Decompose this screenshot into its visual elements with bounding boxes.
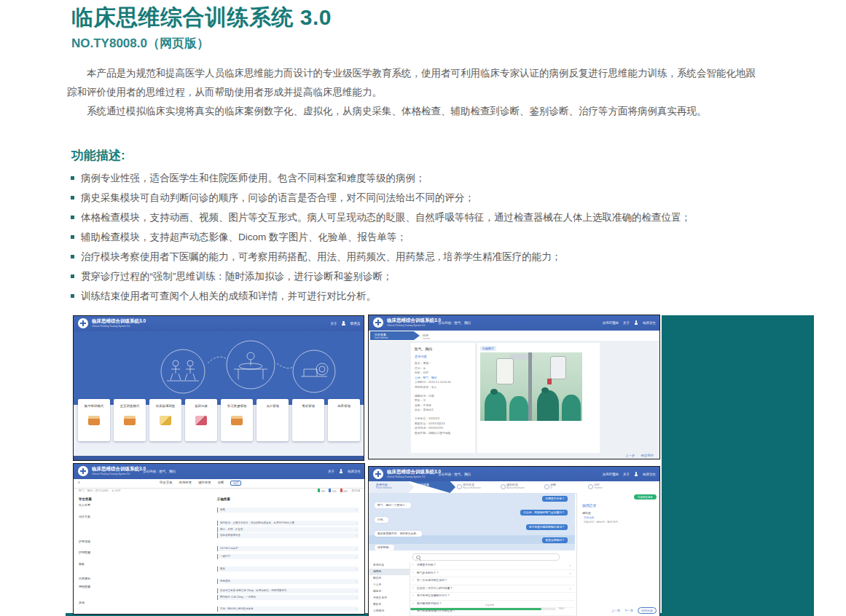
column-header-correct: 正确答案 [217, 497, 230, 501]
inquiry-progress-track [410, 608, 556, 610]
app-name-en: Clinical Thinking Training System 3.0 [92, 325, 130, 328]
menu-item[interactable]: 婚育史 [369, 588, 410, 595]
menu-item[interactable]: 个人史 [369, 582, 410, 588]
info-line: 性别：女 [415, 366, 471, 371]
step-patient-info[interactable]: 患者信息 Patient Information [369, 481, 414, 493]
legend-label: 2分 [321, 490, 325, 493]
about-link[interactable]: 关于 [328, 470, 334, 473]
module-card[interactable]: 题库管理 [328, 399, 360, 441]
features-heading: 功能描述: [71, 147, 125, 164]
tab-auxiliary[interactable]: 辅助检查 [198, 481, 211, 486]
module-card-label: 实训记录 [185, 404, 217, 408]
menu-item[interactable]: 家族史 [369, 601, 410, 608]
username[interactable]: 临床学生 [348, 470, 361, 473]
menu-item[interactable]: 入院情况 [369, 608, 410, 615]
operating-room-photo [480, 352, 582, 421]
record-preview-link[interactable]: 大病历预览 [603, 321, 619, 325]
app-logo-icon [78, 466, 88, 476]
menu-item-selected[interactable]: 现病史 [369, 569, 410, 575]
question-item[interactable]: 第一次出现这种症状吗？ [410, 577, 575, 585]
answer-row[interactable]: 24小时心电监护 [217, 546, 359, 551]
answer-row[interactable]: 低盐低脂营养饮食 [217, 533, 359, 538]
menu-item[interactable]: 月经生育史 [369, 595, 410, 601]
info-line: 婚姻状况：已婚 [415, 394, 471, 399]
screenshot-answer-compare: 临床思维综合训练系统3.0 Clinical Thinking Training… [73, 463, 365, 615]
next-page-button[interactable]: 下一页 [624, 609, 633, 612]
question-item[interactable]: 你哪里不舒服？✓ [410, 562, 575, 570]
menu-item[interactable]: 常规问诊 [369, 562, 410, 569]
step-diagnosis[interactable]: 诊断 Dx [543, 481, 587, 493]
module-card[interactable]: 实训记录 [185, 399, 217, 441]
answer-row[interactable]: 病危通知 [217, 579, 359, 584]
username[interactable]: 临床学生 [643, 321, 656, 325]
record-preview-link[interactable]: 大病历预览 [603, 473, 619, 476]
module-card-label: 学习资源管理 [221, 404, 253, 408]
step-treatment[interactable]: 治疗 Treatment [587, 481, 630, 493]
step-history-taking-active[interactable]: 病史采集 History taking [410, 481, 455, 493]
answer-row[interactable]: 普食 [217, 566, 359, 572]
answer-category: 治疗方案 [79, 515, 90, 518]
breadcrumb-bar: 病史采集 Data collection 病历 Content [369, 331, 659, 341]
tab-diagnosis[interactable]: 诊断 [218, 481, 224, 486]
tab-physical[interactable]: 体格检查 [179, 481, 192, 486]
module-card[interactable]: 员工管理 [256, 399, 289, 441]
answer-row[interactable]: 绝对卧床，少量多次饮水，适当控制输液速度，监测24小时出入量 [217, 521, 359, 526]
question-item[interactable]: 有没有使症状缓解的办法？ [410, 593, 575, 601]
question-text: 症状在一天中什么时间加重？ [417, 587, 453, 590]
info-line: 家庭住址：XX市XX区XX [415, 422, 471, 427]
answer-row[interactable]: 呋塞米注射液 静脉注射 20mg，监测电解质，观察尿量变化 [217, 588, 359, 593]
answer-category: 病危通知 [79, 577, 90, 580]
info-line: 民族：汉 [415, 398, 471, 403]
prev-page-button[interactable]: 上一页 [611, 609, 620, 612]
brain-icon [88, 416, 100, 425]
answer-row[interactable]: 吸氧 [217, 508, 359, 513]
breadcrumb-record[interactable]: 病历 Content [423, 332, 430, 340]
book-icon [231, 416, 243, 425]
check-icon: ✓ [569, 562, 571, 569]
question-item[interactable]: 症状在一天中什么时间加重？✓ [410, 585, 575, 593]
module-card-label: 员工管理 [256, 404, 289, 408]
username[interactable]: 临床学生 [643, 473, 656, 476]
patient-bubble: 经常憋醒。 [375, 545, 394, 550]
case-title: 憋气、胸闷 [415, 347, 471, 351]
submit-record-button[interactable]: 提交病历 [641, 454, 654, 457]
app-name: 临床思维综合训练系统3.0 [92, 466, 146, 473]
module-card[interactable]: 交互训练模式 [114, 399, 146, 441]
check-icon: ✓ [569, 570, 571, 577]
prev-step-button[interactable]: 上一步 [625, 454, 635, 457]
finish-history-button[interactable]: 完成病史采集 [634, 494, 657, 499]
step-physical-exam[interactable]: 体格检查 Physical Examination [455, 481, 499, 493]
breadcrumb-history-taking[interactable]: 病史采集 Data collection [370, 331, 420, 340]
answer-row[interactable]: 螺内酯片 口服 20mg，一日两次 [217, 595, 359, 600]
step-auxiliary-exam[interactable]: 辅助检查 Auxiliary Examination [499, 481, 543, 493]
about-link[interactable]: 关于 [623, 321, 630, 325]
question-item[interactable]: 憋气多长时间了？✓ [410, 570, 575, 578]
record-item-link[interactable]: 主诉症状 [584, 516, 594, 519]
username[interactable]: 管理员 [350, 322, 361, 325]
about-link[interactable]: 关于 [331, 322, 337, 325]
module-card[interactable]: 考试管理 [292, 399, 324, 441]
patient-bubble: 最近夜里睡不好，有时要坐起来。 [375, 531, 422, 537]
answer-row[interactable]: 一级护理 [217, 554, 359, 559]
step-wizard: 患者信息 Patient Information 病史采集 History ta… [369, 481, 659, 494]
step-label-en: Auxiliary Examination [506, 487, 540, 489]
patient-body: 憋气、胸闷 患者信息 姓名：唐某一 性别：女 年龄：42岁 主诉：憋气、胸闷 入… [369, 341, 659, 459]
question-search-input[interactable] [412, 553, 560, 561]
answer-row[interactable]: 强心、利尿、扩血管 [217, 527, 359, 532]
patient-info-section[interactable]: 患者信息 [415, 355, 471, 358]
answer-row[interactable]: 其他：嘱咐病人绝对卧床休息 [217, 607, 359, 612]
case-media-panel: 病例图片 [477, 343, 600, 453]
menu-item[interactable]: 既往史 [369, 575, 410, 582]
search-icon [416, 556, 420, 560]
about-link[interactable]: 关于 [623, 473, 630, 476]
back-icon[interactable]: ‹ [78, 479, 80, 486]
tab-treatment[interactable]: 治疗 [230, 481, 241, 486]
tab-history[interactable]: 病史采集 [160, 481, 173, 486]
module-card[interactable]: 集中培训模式 [78, 399, 110, 441]
module-card[interactable]: 临床实境训练 [149, 399, 181, 441]
end-inquiry-button[interactable]: 结束问诊 [638, 607, 657, 614]
question-text: 你哪里不舒服？ [417, 564, 436, 566]
feature-item: 体格检查模块，支持动画、视频、图片等交互形式。病人可呈现动态的眨眼、自然呼吸等特… [70, 208, 691, 227]
patient-info-panel: 憋气、胸闷 患者信息 姓名：唐某一 性别：女 年龄：42岁 主诉：憋气、胸闷 入… [411, 343, 475, 453]
module-card[interactable]: 学习资源管理 [221, 399, 253, 441]
